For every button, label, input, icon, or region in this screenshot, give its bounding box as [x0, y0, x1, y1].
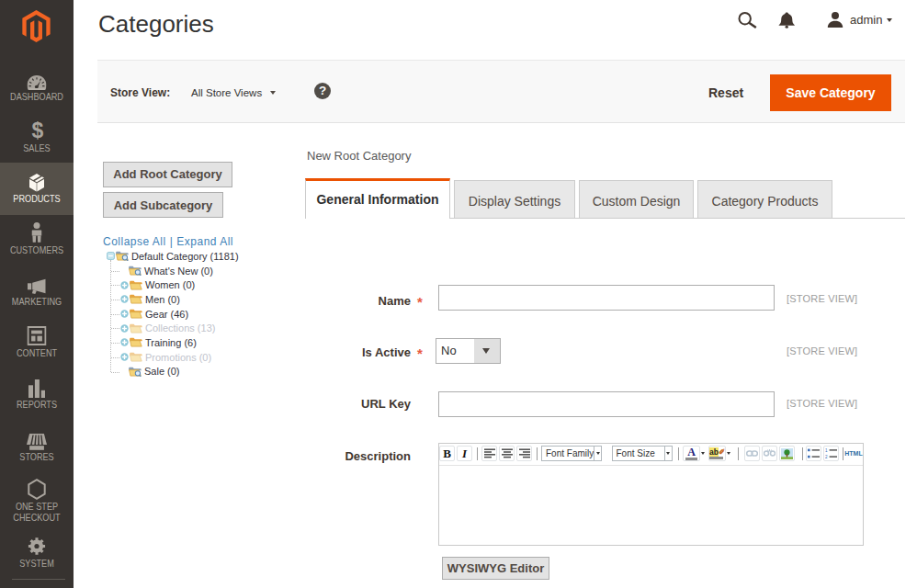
svg-text:1: 1 [825, 448, 828, 453]
svg-text:2: 2 [825, 455, 828, 458]
